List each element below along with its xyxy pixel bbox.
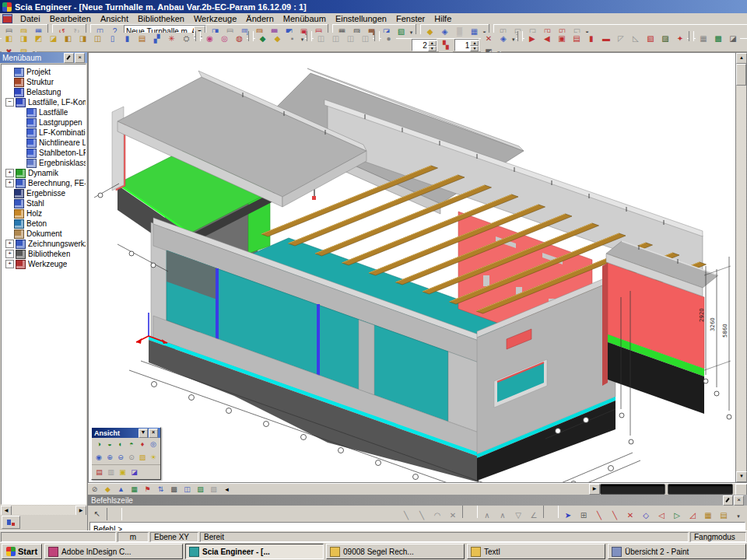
tree-expander-icon[interactable]: +	[5, 260, 14, 268]
sidebar-tree-item[interactable]: Struktur	[2, 77, 86, 87]
toolbar-button[interactable]: ◪	[725, 33, 740, 46]
tree-expander-icon[interactable]: +	[5, 240, 14, 248]
toolbar-button[interactable]: ◆	[270, 33, 285, 46]
sidebar-tree-item[interactable]: − Lastfälle, LF-Kombinatior	[2, 97, 86, 107]
toolbar-button[interactable]	[416, 24, 421, 34]
snap-mode-button[interactable]: ◁	[654, 509, 669, 523]
scrollbar-segment[interactable]	[600, 484, 665, 495]
tree-expander-icon[interactable]	[18, 109, 25, 116]
sidebar-tree-item[interactable]: + Werkzeuge	[2, 259, 86, 269]
toolbar-button[interactable]: ◪	[46, 33, 61, 46]
view-option-button[interactable]: ▦	[128, 484, 141, 495]
view-option-button[interactable]: ⊘	[88, 484, 101, 495]
snap-mode-button[interactable]: ◠	[430, 509, 445, 523]
tree-expander-icon[interactable]	[18, 119, 25, 126]
sidebar-horizontal-scrollbar[interactable]: ◀ ▶	[1, 506, 86, 515]
toolbar-button[interactable]: ◈	[496, 33, 510, 46]
snap-mode-button[interactable]: ╲	[591, 509, 607, 523]
toolbar-button[interactable]: ◩	[31, 33, 46, 46]
toolbar-button[interactable]: ◫	[358, 33, 373, 46]
tree-expander-icon[interactable]	[18, 149, 25, 156]
toolbar-button[interactable]: ◍	[232, 33, 247, 46]
snap-mode-button[interactable]: ▾	[731, 509, 745, 522]
zoom-tool-button[interactable]: ⊖	[115, 452, 126, 464]
cursor-select-button[interactable]: ↖	[89, 507, 105, 521]
tree-expander-icon[interactable]: +	[5, 169, 14, 177]
menu-item[interactable]: Bearbeiten	[45, 14, 96, 23]
snap-mode-button[interactable]: ⊞	[576, 509, 591, 523]
tree-expander-icon[interactable]	[18, 139, 25, 146]
scrollbar-thumb[interactable]	[736, 64, 746, 86]
view-option-button[interactable]: ▩	[167, 484, 181, 495]
toolbar-button[interactable]: ✕	[481, 33, 496, 46]
toolbar-button[interactable]: ▾	[510, 33, 516, 45]
zoom-tool-button[interactable]: ▨	[137, 452, 148, 464]
toolbar-button[interactable]: ◈	[437, 26, 452, 39]
toolbar-button[interactable]: ◀	[539, 33, 554, 46]
sidebar-tree-item[interactable]: Projekt	[2, 67, 86, 77]
toolbar-button[interactable]: ▒	[452, 26, 467, 39]
palette-menu-icon[interactable]: ▼	[139, 429, 148, 438]
view-tool-button[interactable]: ◐	[115, 439, 126, 450]
toolbar-button[interactable]: ✦	[672, 33, 687, 46]
mdi-document-icon[interactable]	[2, 14, 12, 23]
zoom-tool-button[interactable]: ☀	[148, 452, 159, 464]
sidebar-tree-item[interactable]: + Berechnung, FE-Netz	[2, 178, 86, 188]
close-icon[interactable]: ×	[75, 53, 85, 63]
tree-expander-icon[interactable]	[5, 89, 12, 96]
toolbar-button[interactable]: ▮	[120, 33, 135, 46]
snap-mode-button[interactable]: ▦	[700, 509, 716, 523]
taskbar-task-button[interactable]: Übersicht 2 - Paint	[608, 544, 746, 559]
tree-expander-icon[interactable]: +	[5, 250, 14, 258]
taskbar-task-button[interactable]: 09008 Segel Rech...	[326, 544, 465, 559]
taskbar-task-button[interactable]: Scia Engineer - [...	[185, 544, 324, 559]
sidebar-tree-item[interactable]: + Bibliotheken	[2, 249, 86, 259]
toolbar-button[interactable]: ●	[381, 33, 396, 46]
tree-expander-icon[interactable]: +	[5, 179, 14, 187]
view-tool-button[interactable]: ♦	[137, 439, 148, 450]
toolbar-button[interactable]: ▞	[149, 33, 164, 46]
view-tool-button[interactable]: ◑	[93, 439, 104, 450]
view-option-button[interactable]: ◂	[220, 484, 233, 495]
menu-item[interactable]: Einstellungen	[331, 14, 391, 23]
toolbar-button[interactable]: ▧	[643, 33, 658, 46]
snap-mode-button[interactable]: ▷	[669, 509, 685, 523]
view-tool-button[interactable]: ◎	[148, 439, 159, 450]
toolbar-button[interactable]: ◎	[217, 33, 232, 46]
toolbar-button[interactable]: ▯	[105, 33, 120, 46]
view-option-button[interactable]: ▲	[114, 484, 128, 495]
view-option-button[interactable]: ⇅	[154, 484, 167, 495]
sidebar-tree-item[interactable]: + Zeichnungswerkzeuge	[2, 239, 86, 249]
toolbar-button[interactable]: ⛭	[179, 33, 194, 46]
layer-spinner[interactable]: 1 ▲▼	[454, 39, 479, 51]
toolbar-button[interactable]: ▾	[300, 33, 305, 45]
taskbar-task-button[interactable]: Adobe InDesign C...	[44, 544, 183, 559]
drawing-viewport[interactable]: 2920 3260 5860 A	[88, 52, 747, 483]
sidebar-tab[interactable]	[2, 516, 20, 529]
sidebar-tree-item[interactable]: Holz	[2, 208, 86, 219]
view-option-button[interactable]: ◫	[181, 484, 194, 495]
view-option-button[interactable]: ▨	[194, 484, 207, 495]
toolbar-button[interactable]: ◆	[255, 33, 270, 46]
menu-item[interactable]: Ansicht	[96, 14, 133, 23]
snap-mode-button[interactable]: ▤	[716, 509, 731, 523]
drawing-canvas[interactable]: 2920 3260 5860	[89, 53, 733, 482]
tree-expander-icon[interactable]	[18, 129, 25, 136]
toolbar-button[interactable]: ▬	[598, 33, 613, 46]
snap-mode-button[interactable]: ✕	[445, 509, 461, 523]
pin-icon[interactable]	[723, 495, 733, 506]
toolbar-button[interactable]: ▮	[584, 33, 598, 46]
scroll-down-icon[interactable]: ▼	[736, 471, 747, 482]
tree-expander-icon[interactable]	[5, 210, 12, 217]
toolbar-button[interactable]: ▩	[710, 33, 725, 46]
view-extra-button[interactable]: ▣	[117, 467, 128, 478]
sidebar-tree-item[interactable]: Nichtlineare LFK	[2, 138, 86, 148]
toolbar-button[interactable]: ◫	[314, 33, 328, 46]
snap-mode-button[interactable]: ╲	[607, 509, 622, 523]
toolbar-button[interactable]: ▚	[439, 39, 453, 52]
status-snap-mode[interactable]: Fangmodus	[690, 532, 746, 542]
zoom-tool-button[interactable]: ⊕	[104, 452, 115, 464]
snap-mode-button[interactable]: ∠	[526, 509, 542, 523]
toolbar-button[interactable]: ▤	[135, 33, 149, 46]
tree-expander-icon[interactable]	[5, 200, 12, 207]
